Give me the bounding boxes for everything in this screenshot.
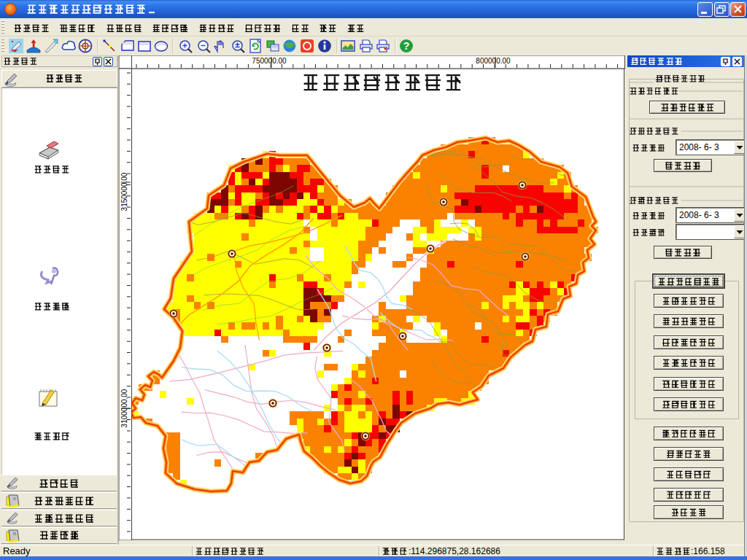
svg-text:?: ? bbox=[403, 40, 410, 52]
svg-text::114.296875,28.162686: :114.296875,28.162686 bbox=[409, 546, 500, 556]
svg-text::166.158: :166.158 bbox=[691, 546, 725, 556]
svg-text:Ready: Ready bbox=[3, 545, 31, 556]
